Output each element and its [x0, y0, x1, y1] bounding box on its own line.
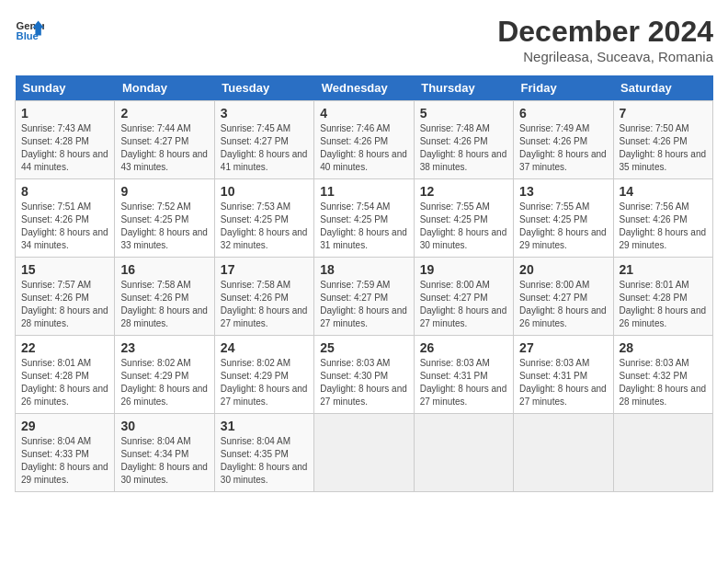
- week-row-1: 1 Sunrise: 7:43 AMSunset: 4:28 PMDayligh…: [16, 101, 713, 179]
- day-info: Sunrise: 7:44 AMSunset: 4:27 PMDaylight:…: [120, 122, 208, 174]
- day-info: Sunrise: 7:58 AMSunset: 4:26 PMDaylight:…: [221, 279, 308, 330]
- day-cell: 6 Sunrise: 7:49 AMSunset: 4:26 PMDayligh…: [514, 101, 613, 179]
- day-number: 12: [420, 184, 507, 199]
- day-info: Sunrise: 7:56 AMSunset: 4:26 PMDaylight:…: [620, 201, 707, 252]
- logo: General Blue: [15, 15, 44, 44]
- day-cell: 26 Sunrise: 8:03 AMSunset: 4:31 PMDaylig…: [414, 336, 513, 414]
- day-info: Sunrise: 7:59 AMSunset: 4:27 PMDaylight:…: [320, 279, 407, 330]
- day-info: Sunrise: 8:03 AMSunset: 4:31 PMDaylight:…: [420, 357, 507, 408]
- week-row-4: 22 Sunrise: 8:01 AMSunset: 4:28 PMDaylig…: [16, 336, 713, 414]
- day-info: Sunrise: 7:55 AMSunset: 4:25 PMDaylight:…: [519, 201, 607, 252]
- day-cell: [314, 414, 414, 492]
- day-cell: 19 Sunrise: 8:00 AMSunset: 4:27 PMDaylig…: [414, 258, 513, 336]
- day-number: 19: [420, 262, 507, 277]
- day-info: Sunrise: 8:04 AMSunset: 4:35 PMDaylight:…: [221, 435, 308, 487]
- day-cell: 16 Sunrise: 7:58 AMSunset: 4:26 PMDaylig…: [115, 258, 214, 336]
- day-cell: 29 Sunrise: 8:04 AMSunset: 4:33 PMDaylig…: [16, 414, 115, 492]
- day-number: 4: [320, 106, 407, 121]
- day-info: Sunrise: 7:51 AMSunset: 4:26 PMDaylight:…: [21, 201, 108, 252]
- day-cell: 23 Sunrise: 8:02 AMSunset: 4:29 PMDaylig…: [115, 336, 214, 414]
- day-info: Sunrise: 7:53 AMSunset: 4:25 PMDaylight:…: [221, 201, 308, 252]
- week-row-2: 8 Sunrise: 7:51 AMSunset: 4:26 PMDayligh…: [16, 179, 713, 258]
- day-number: 29: [21, 419, 108, 433]
- svg-text:Blue: Blue: [17, 30, 39, 41]
- day-info: Sunrise: 7:49 AMSunset: 4:26 PMDaylight:…: [519, 122, 607, 174]
- day-cell: 22 Sunrise: 8:01 AMSunset: 4:28 PMDaylig…: [16, 336, 115, 414]
- day-number: 8: [21, 184, 108, 199]
- day-number: 6: [519, 106, 607, 121]
- day-number: 28: [620, 340, 707, 355]
- day-number: 23: [120, 340, 208, 355]
- title-section: December 2024 Negrileasa, Suceava, Roman…: [497, 15, 713, 64]
- header-cell-thursday: Thursday: [414, 75, 513, 101]
- day-number: 1: [21, 106, 108, 121]
- day-cell: 31 Sunrise: 8:04 AMSunset: 4:35 PMDaylig…: [214, 414, 313, 492]
- day-number: 5: [420, 106, 507, 121]
- day-cell: 15 Sunrise: 7:57 AMSunset: 4:26 PMDaylig…: [16, 258, 115, 336]
- day-cell: 8 Sunrise: 7:51 AMSunset: 4:26 PMDayligh…: [16, 179, 115, 258]
- day-info: Sunrise: 8:03 AMSunset: 4:31 PMDaylight:…: [519, 357, 607, 408]
- day-number: 25: [320, 340, 407, 355]
- day-number: 18: [320, 262, 407, 277]
- day-number: 21: [620, 262, 707, 277]
- day-number: 10: [221, 184, 308, 199]
- day-number: 13: [519, 184, 607, 199]
- day-cell: [414, 414, 513, 492]
- header-cell-wednesday: Wednesday: [314, 75, 414, 101]
- week-row-5: 29 Sunrise: 8:04 AMSunset: 4:33 PMDaylig…: [16, 414, 713, 492]
- header-cell-friday: Friday: [514, 75, 613, 101]
- day-info: Sunrise: 8:00 AMSunset: 4:27 PMDaylight:…: [420, 279, 507, 330]
- day-info: Sunrise: 8:02 AMSunset: 4:29 PMDaylight:…: [221, 357, 308, 408]
- day-info: Sunrise: 8:03 AMSunset: 4:30 PMDaylight:…: [320, 357, 407, 408]
- day-cell: 21 Sunrise: 8:01 AMSunset: 4:28 PMDaylig…: [613, 258, 712, 336]
- day-number: 14: [620, 184, 707, 199]
- day-info: Sunrise: 8:00 AMSunset: 4:27 PMDaylight:…: [519, 279, 607, 330]
- day-number: 3: [221, 106, 308, 121]
- header: General Blue December 2024 Negrileasa, S…: [15, 15, 713, 64]
- calendar-title: December 2024: [497, 15, 713, 49]
- day-cell: [613, 414, 712, 492]
- calendar-table: SundayMondayTuesdayWednesdayThursdayFrid…: [15, 75, 713, 492]
- day-number: 2: [120, 106, 208, 121]
- day-cell: 18 Sunrise: 7:59 AMSunset: 4:27 PMDaylig…: [314, 258, 414, 336]
- header-row: SundayMondayTuesdayWednesdayThursdayFrid…: [16, 75, 713, 101]
- day-info: Sunrise: 7:55 AMSunset: 4:25 PMDaylight:…: [420, 201, 507, 252]
- day-cell: 17 Sunrise: 7:58 AMSunset: 4:26 PMDaylig…: [214, 258, 313, 336]
- day-number: 24: [221, 340, 308, 355]
- calendar-subtitle: Negrileasa, Suceava, Romania: [497, 49, 713, 64]
- day-info: Sunrise: 7:48 AMSunset: 4:26 PMDaylight:…: [420, 122, 507, 174]
- day-cell: 7 Sunrise: 7:50 AMSunset: 4:26 PMDayligh…: [613, 101, 712, 179]
- logo-icon: General Blue: [15, 15, 44, 44]
- day-info: Sunrise: 7:50 AMSunset: 4:26 PMDaylight:…: [620, 122, 707, 174]
- day-info: Sunrise: 8:02 AMSunset: 4:29 PMDaylight:…: [120, 357, 208, 408]
- day-info: Sunrise: 8:03 AMSunset: 4:32 PMDaylight:…: [620, 357, 707, 408]
- day-cell: 3 Sunrise: 7:45 AMSunset: 4:27 PMDayligh…: [214, 101, 313, 179]
- day-cell: 30 Sunrise: 8:04 AMSunset: 4:34 PMDaylig…: [115, 414, 214, 492]
- header-cell-monday: Monday: [115, 75, 214, 101]
- day-number: 26: [420, 340, 507, 355]
- day-cell: 12 Sunrise: 7:55 AMSunset: 4:25 PMDaylig…: [414, 179, 513, 258]
- day-cell: 11 Sunrise: 7:54 AMSunset: 4:25 PMDaylig…: [314, 179, 414, 258]
- day-cell: 27 Sunrise: 8:03 AMSunset: 4:31 PMDaylig…: [514, 336, 613, 414]
- day-info: Sunrise: 8:01 AMSunset: 4:28 PMDaylight:…: [620, 279, 707, 330]
- day-cell: 24 Sunrise: 8:02 AMSunset: 4:29 PMDaylig…: [214, 336, 313, 414]
- day-info: Sunrise: 8:04 AMSunset: 4:34 PMDaylight:…: [120, 435, 208, 487]
- day-cell: 14 Sunrise: 7:56 AMSunset: 4:26 PMDaylig…: [613, 179, 712, 258]
- header-cell-saturday: Saturday: [613, 75, 712, 101]
- day-number: 17: [221, 262, 308, 277]
- day-cell: 13 Sunrise: 7:55 AMSunset: 4:25 PMDaylig…: [514, 179, 613, 258]
- day-number: 22: [21, 340, 108, 355]
- day-cell: 20 Sunrise: 8:00 AMSunset: 4:27 PMDaylig…: [514, 258, 613, 336]
- day-cell: 10 Sunrise: 7:53 AMSunset: 4:25 PMDaylig…: [214, 179, 313, 258]
- day-info: Sunrise: 8:01 AMSunset: 4:28 PMDaylight:…: [21, 357, 108, 408]
- day-info: Sunrise: 7:43 AMSunset: 4:28 PMDaylight:…: [21, 122, 108, 174]
- day-number: 27: [519, 340, 607, 355]
- day-cell: 28 Sunrise: 8:03 AMSunset: 4:32 PMDaylig…: [613, 336, 712, 414]
- day-number: 15: [21, 262, 108, 277]
- day-info: Sunrise: 7:52 AMSunset: 4:25 PMDaylight:…: [120, 201, 208, 252]
- day-number: 31: [221, 419, 308, 433]
- day-info: Sunrise: 7:57 AMSunset: 4:26 PMDaylight:…: [21, 279, 108, 330]
- day-cell: 2 Sunrise: 7:44 AMSunset: 4:27 PMDayligh…: [115, 101, 214, 179]
- day-number: 9: [120, 184, 208, 199]
- day-info: Sunrise: 7:45 AMSunset: 4:27 PMDaylight:…: [221, 122, 308, 174]
